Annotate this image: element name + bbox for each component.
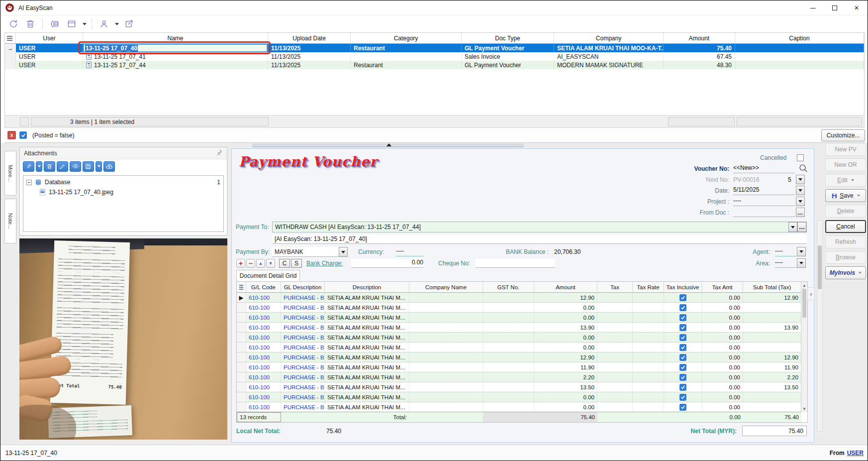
cell-user[interactable]: USER bbox=[16, 52, 83, 61]
cell-gl-code[interactable]: 610-100 bbox=[246, 303, 281, 313]
cell-description[interactable]: SETIA ALAM KRUAI THAI M... bbox=[325, 313, 409, 323]
cell-gl-code[interactable]: 610-100 bbox=[246, 392, 281, 402]
attachment-preview-icon[interactable] bbox=[70, 161, 81, 172]
payment-to-browse-button[interactable]: … bbox=[797, 222, 806, 232]
cell-tax-rate[interactable] bbox=[633, 392, 664, 402]
cell-description[interactable]: SETIA ALAM KRUAI THAI M... bbox=[325, 382, 409, 392]
cell-caption[interactable] bbox=[735, 44, 864, 52]
cell-tax[interactable] bbox=[597, 303, 633, 313]
next-no-edit[interactable]: 5 bbox=[788, 176, 791, 183]
layout-dropdown-icon[interactable] bbox=[83, 23, 87, 25]
cell-description[interactable]: SETIA ALAM KRUAI THAI M... bbox=[325, 343, 409, 352]
payment-by-combobox[interactable]: MAYBANK bbox=[272, 247, 339, 257]
cell-tax-inclusive[interactable] bbox=[664, 313, 702, 323]
cell-amount[interactable]: 67.45 bbox=[664, 52, 735, 61]
cell-caption[interactable] bbox=[735, 52, 864, 61]
dropdown-icon[interactable] bbox=[851, 179, 854, 181]
cell-tax-amt[interactable]: 0.00 bbox=[702, 382, 743, 392]
cell-tax-amt[interactable]: 0.00 bbox=[702, 372, 743, 382]
table-row[interactable]: USER13-11-25 17_07_4411/13/2025Restauran… bbox=[5, 61, 864, 69]
cell-tax[interactable] bbox=[597, 313, 633, 323]
tax-inclusive-checkbox[interactable] bbox=[679, 394, 686, 401]
cell-gst-no[interactable] bbox=[483, 293, 534, 303]
sidebar-tab-more[interactable]: More... bbox=[4, 151, 16, 196]
cell-tax-inclusive[interactable] bbox=[664, 293, 702, 303]
cell-tax[interactable] bbox=[597, 343, 633, 352]
expand-right-icon[interactable]: › bbox=[807, 287, 815, 300]
cell-tax-amt[interactable]: 0.00 bbox=[702, 333, 743, 343]
cell-amount[interactable]: 13.50 bbox=[534, 382, 597, 392]
customize-button[interactable]: Customize... bbox=[821, 129, 865, 141]
close-button[interactable]: ✕ bbox=[846, 0, 868, 15]
from-doc-value[interactable] bbox=[733, 208, 795, 217]
cell-tax-rate[interactable] bbox=[633, 402, 664, 412]
cell-gst-no[interactable] bbox=[483, 343, 534, 352]
cancel-button[interactable]: Cancel bbox=[825, 220, 866, 233]
save-button[interactable]: Save bbox=[825, 189, 866, 202]
cell-sub-total[interactable]: 11.90 bbox=[743, 362, 801, 372]
cell-amount[interactable]: 12.90 bbox=[534, 352, 597, 362]
cell-company-name[interactable] bbox=[409, 303, 483, 313]
cell-company-name[interactable] bbox=[409, 293, 483, 303]
cell-tax-rate[interactable] bbox=[633, 362, 664, 372]
cell-name[interactable]: 13-11-25 17_07_40 bbox=[83, 44, 268, 52]
cell-tax-rate[interactable] bbox=[633, 323, 664, 333]
cell-gl-code[interactable]: 610-100 bbox=[246, 343, 281, 352]
cell-user[interactable]: USER bbox=[16, 61, 83, 69]
cell-gl-description[interactable]: PURCHASE - B... bbox=[281, 372, 325, 382]
refresh-button[interactable]: Refresh bbox=[825, 235, 866, 248]
cell-gl-code[interactable]: 610-100 bbox=[246, 323, 281, 333]
tax-inclusive-checkbox[interactable] bbox=[679, 304, 686, 311]
area-dropdown-icon[interactable] bbox=[797, 258, 806, 268]
cell-gl-description[interactable]: PURCHASE - B... bbox=[281, 323, 325, 333]
cell-gst-no[interactable] bbox=[483, 323, 534, 333]
cell-gl-description[interactable]: PURCHASE - B... bbox=[281, 303, 325, 313]
cell-company[interactable]: AI_EASYSCAN bbox=[554, 52, 664, 61]
filter-enabled-checkbox[interactable] bbox=[19, 131, 27, 139]
cell-tax-amt[interactable]: 0.00 bbox=[702, 323, 743, 333]
tax-inclusive-checkbox[interactable] bbox=[679, 364, 686, 371]
column-header-tax[interactable]: Tax bbox=[597, 282, 633, 292]
tax-inclusive-checkbox[interactable] bbox=[679, 374, 686, 381]
cell-gst-no[interactable] bbox=[483, 392, 534, 402]
detail-row[interactable]: 610-100PURCHASE - B...SETIA ALAM KRUAI T… bbox=[237, 362, 807, 372]
tax-inclusive-checkbox[interactable] bbox=[679, 354, 686, 361]
cell-upload-date[interactable]: 11/13/2025 bbox=[268, 61, 351, 69]
tax-inclusive-checkbox[interactable] bbox=[679, 314, 686, 321]
table-row[interactable]: USER13-11-25 17_07_4111/13/2025Sales Inv… bbox=[5, 52, 864, 61]
cell-gst-no[interactable] bbox=[483, 313, 534, 323]
column-header-upload-date[interactable]: Upload Date bbox=[268, 33, 351, 43]
cell-tax[interactable] bbox=[597, 382, 633, 392]
cell-gst-no[interactable] bbox=[483, 362, 534, 372]
cell-gl-code[interactable]: 610-100 bbox=[246, 362, 281, 372]
cell-name[interactable]: 13-11-25 17_07_44 bbox=[83, 61, 268, 69]
date-value[interactable]: 5/11/2025 bbox=[733, 186, 795, 195]
cell-gst-no[interactable] bbox=[483, 382, 534, 392]
cell-doc-type[interactable]: Sales Invoice bbox=[462, 52, 554, 61]
cell-tax-inclusive[interactable] bbox=[664, 402, 702, 412]
cell-description[interactable]: SETIA ALAM KRUAI THAI M... bbox=[325, 303, 409, 313]
attachment-delete-icon[interactable] bbox=[44, 161, 55, 172]
cell-company-name[interactable] bbox=[409, 402, 483, 412]
cell-tax-amt[interactable]: 0.00 bbox=[702, 303, 743, 313]
cell-tax-rate[interactable] bbox=[633, 352, 664, 362]
cell-gl-description[interactable]: PURCHASE - B... bbox=[281, 382, 325, 392]
cancelled-checkbox[interactable] bbox=[797, 154, 804, 161]
minimize-button[interactable] bbox=[802, 0, 824, 15]
delete-icon[interactable] bbox=[23, 17, 37, 30]
cell-gl-code[interactable]: 610-100 bbox=[246, 402, 281, 412]
cell-gl-code[interactable]: 610-100 bbox=[246, 313, 281, 323]
attachment-edit-icon[interactable] bbox=[57, 161, 68, 172]
detail-row[interactable]: 610-100PURCHASE - B...SETIA ALAM KRUAI T… bbox=[237, 392, 807, 402]
refresh-icon[interactable] bbox=[6, 17, 20, 30]
cell-amount[interactable]: 75.40 bbox=[664, 44, 735, 52]
cell-description[interactable]: SETIA ALAM KRUAI THAI M... bbox=[325, 323, 409, 333]
detail-row[interactable]: 610-100PURCHASE - B...SETIA ALAM KRUAI T… bbox=[237, 372, 807, 382]
detail-row[interactable]: 610-100PURCHASE - B...SETIA ALAM KRUAI T… bbox=[237, 382, 807, 392]
attachment-save-icon[interactable] bbox=[83, 161, 94, 172]
cell-gl-description[interactable]: PURCHASE - B... bbox=[281, 352, 325, 362]
cell-amount[interactable]: 12.90 bbox=[534, 293, 597, 303]
voucher-no-value[interactable]: <<New>> bbox=[733, 164, 795, 173]
column-header-category[interactable]: Category bbox=[351, 33, 462, 43]
add-row-button[interactable]: + bbox=[236, 259, 245, 268]
